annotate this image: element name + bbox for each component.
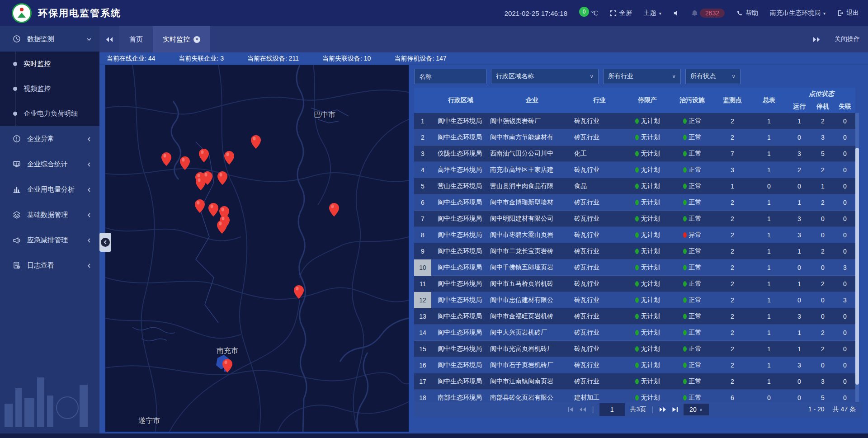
table-row[interactable]: 7阆中生态环境局阆中明阳建材有限公司砖瓦行业无计划正常21300 xyxy=(414,211,855,227)
last-page-button[interactable] xyxy=(672,407,678,412)
table-row[interactable]: 13阆中生态环境局阆中市金福旺页岩机砖砖瓦行业无计划正常21300 xyxy=(414,308,855,325)
map-pin-icon[interactable] xyxy=(180,156,190,170)
tab-首页[interactable]: 首页 xyxy=(119,26,153,52)
cell-running: 1 xyxy=(788,329,811,336)
industry-filter-select[interactable]: 所有行业∨ xyxy=(603,69,681,84)
map-pin-icon[interactable] xyxy=(196,177,206,190)
cell-facility-status: 正常 xyxy=(670,394,714,402)
cell-offline: 0 xyxy=(835,166,855,174)
sidebar-group-数据监测[interactable]: 数据监测 xyxy=(0,26,99,52)
cell-production-status: 无计划 xyxy=(625,198,670,207)
map-pin-icon[interactable] xyxy=(224,151,234,165)
user-label: 南充市生态环境局 xyxy=(770,9,821,17)
table-row[interactable]: 5营山生态环境局营山县润丰肉食品有限食品无计划正常10010 xyxy=(414,178,855,194)
region-filter-select[interactable]: 行政区域名称∨ xyxy=(491,69,599,84)
close-actions-button[interactable]: 关闭操作 xyxy=(835,35,860,43)
help-button[interactable]: 帮助 xyxy=(736,9,758,17)
sidebar-item-企业电力负荷明细[interactable]: 企业电力负荷明细 xyxy=(0,101,99,126)
tabs-scroll-right-button[interactable] xyxy=(807,37,826,42)
map-pin-icon[interactable] xyxy=(195,199,205,213)
cell-stopped: 5 xyxy=(811,394,835,401)
cell-production-status: 无计划 xyxy=(625,329,670,337)
next-page-button[interactable] xyxy=(659,407,666,412)
cell-production-status: 无计划 xyxy=(625,231,670,239)
cell-running: 1 xyxy=(788,280,811,287)
cell-running: 0 xyxy=(788,394,811,401)
cell-running: 2 xyxy=(788,166,811,174)
map-pin-icon[interactable] xyxy=(217,220,227,234)
status-dot-icon xyxy=(683,118,687,124)
status-dot-icon xyxy=(635,151,639,156)
chevron-down-icon: ∨ xyxy=(699,407,703,412)
tab-实时监控[interactable]: 实时监控✕ xyxy=(153,26,210,52)
table-row[interactable]: 10阆中生态环境局阆中千佛镇五郎垭页岩砖瓦行业无计划正常21003 xyxy=(414,259,855,276)
sidebar-group-基础数据管理[interactable]: 基础数据管理 xyxy=(0,202,99,227)
table-row[interactable]: 9阆中生态环境局阆中市二龙长宝页岩砖砖瓦行业无计划正常21120 xyxy=(414,243,855,259)
cell-index: 1 xyxy=(414,113,431,129)
page-size-select[interactable]: 20∨ xyxy=(684,404,709,415)
table-scrollbar-thumb[interactable] xyxy=(855,148,859,385)
cell-stopped: 2 xyxy=(811,345,835,353)
cell-running: 3 xyxy=(788,150,811,157)
table-row[interactable]: 6阆中生态环境局阆中市金博瑞新型墙材砖瓦行业无计划正常21120 xyxy=(414,194,855,211)
map-pin-icon[interactable] xyxy=(161,152,171,166)
status-filter-select[interactable]: 所有状态∨ xyxy=(685,69,741,84)
sidebar-collapse-handle[interactable] xyxy=(99,233,111,252)
sidebar-item-实时监控[interactable]: 实时监控 xyxy=(0,52,99,76)
name-filter-input[interactable] xyxy=(414,69,486,84)
log-icon xyxy=(13,261,21,269)
map-pin-icon[interactable] xyxy=(251,135,261,149)
logout-button[interactable]: 退出 xyxy=(837,9,859,17)
first-page-button[interactable] xyxy=(567,407,574,412)
table-row[interactable]: 4高坪生态环境局南充市高坪区王家店建砖瓦行业无计划正常31220 xyxy=(414,162,855,178)
table-row[interactable]: 14阆中生态环境局阆中大兴页岩机砖厂砖瓦行业无计划正常21120 xyxy=(414,325,855,341)
chevron-down-icon: ▾ xyxy=(659,11,661,16)
prev-page-button[interactable] xyxy=(579,407,586,412)
mute-button[interactable] xyxy=(673,10,679,16)
sidebar-item-label: 企业电力负荷明细 xyxy=(24,109,78,118)
user-dropdown[interactable]: 南充市生态环境局▾ xyxy=(770,9,826,17)
cell-points: 2 xyxy=(714,118,750,125)
map-pin-icon[interactable] xyxy=(329,203,339,217)
map-pin-icon[interactable] xyxy=(208,203,218,217)
stat-当前失联企业: 当前失联企业: 3 xyxy=(179,55,224,63)
sidebar-item-视频监控[interactable]: 视频监控 xyxy=(0,76,99,101)
table-row[interactable]: 3仪陇生态环境局西南油气田分公司川中化工无计划正常71350 xyxy=(414,146,855,162)
cell-index: 14 xyxy=(414,325,431,341)
map-pin-icon[interactable] xyxy=(222,359,232,372)
map-panel[interactable]: 巴中市南充市遂宁市 xyxy=(105,65,409,432)
cell-meters: 1 xyxy=(750,280,788,287)
tabs-scroll-left-button[interactable] xyxy=(99,37,119,42)
cell-region: 阆中生态环境局 xyxy=(431,329,490,337)
sidebar: 数据监测实时监控视频监控企业电力负荷明细企业异常企业综合统计企业用电量分析基础数… xyxy=(0,26,99,433)
table-row[interactable]: 12阆中生态环境局阆中市忠信建材有限公砖瓦行业无计划正常21003 xyxy=(414,292,855,308)
tab-close-icon[interactable]: ✕ xyxy=(193,36,200,43)
sidebar-group-企业综合统计[interactable]: 企业综合统计 xyxy=(0,151,99,177)
table-row[interactable]: 17阆中生态环境局阆中市江南镇阆南页岩砖瓦行业无计划正常21030 xyxy=(414,373,855,390)
table-row[interactable]: 1阆中生态环境局阆中强锐页岩砖厂砖瓦行业无计划正常21120 xyxy=(414,113,855,129)
map-pin-icon[interactable] xyxy=(294,285,304,299)
table-row[interactable]: 18南部生态环境局南部县砖化页岩有限公建材加工无计划正常60050 xyxy=(414,390,855,402)
chevron-down-icon: ∨ xyxy=(590,73,594,80)
fullscreen-button[interactable]: 全屏 xyxy=(610,9,632,17)
sidebar-group-企业用电量分析[interactable]: 企业用电量分析 xyxy=(0,177,99,202)
table-row[interactable]: 2阆中生态环境局阆中市南方节能建材有砖瓦行业无计划正常21030 xyxy=(414,129,855,146)
table-row[interactable]: 16阆中生态环境局阆中市石子页岩机砖厂砖瓦行业无计划正常21300 xyxy=(414,357,855,373)
cell-company: 阆中明阳建材有限公司 xyxy=(490,215,574,223)
table-scrollbar-track[interactable] xyxy=(855,113,859,402)
table-row[interactable]: 8阆中生态环境局阆中市枣碧大梁山页岩砖瓦行业无计划异常21300 xyxy=(414,227,855,243)
table-row[interactable]: 15阆中生态环境局阆中市光富页岩机砖厂砖瓦行业无计划正常21120 xyxy=(414,341,855,357)
cell-production-status: 无计划 xyxy=(625,280,670,288)
map-pin-icon[interactable] xyxy=(217,171,227,185)
notification-widget[interactable]: 2632 xyxy=(691,9,725,18)
sidebar-group-日志查看[interactable]: 日志查看 xyxy=(0,253,99,278)
cell-company: 阆中市枣碧大梁山页岩 xyxy=(490,231,574,239)
theme-dropdown[interactable]: 主题▾ xyxy=(644,9,661,17)
cell-index: 11 xyxy=(414,276,431,292)
cell-points: 2 xyxy=(714,248,750,255)
sidebar-group-企业异常[interactable]: 企业异常 xyxy=(0,126,99,151)
map-pin-icon[interactable] xyxy=(199,149,209,162)
page-number-input[interactable] xyxy=(599,403,625,416)
table-row[interactable]: 11阆中生态环境局阆中市五马桥页岩机砖砖瓦行业无计划正常21120 xyxy=(414,276,855,292)
sidebar-group-应急减排管理[interactable]: 应急减排管理 xyxy=(0,227,99,253)
